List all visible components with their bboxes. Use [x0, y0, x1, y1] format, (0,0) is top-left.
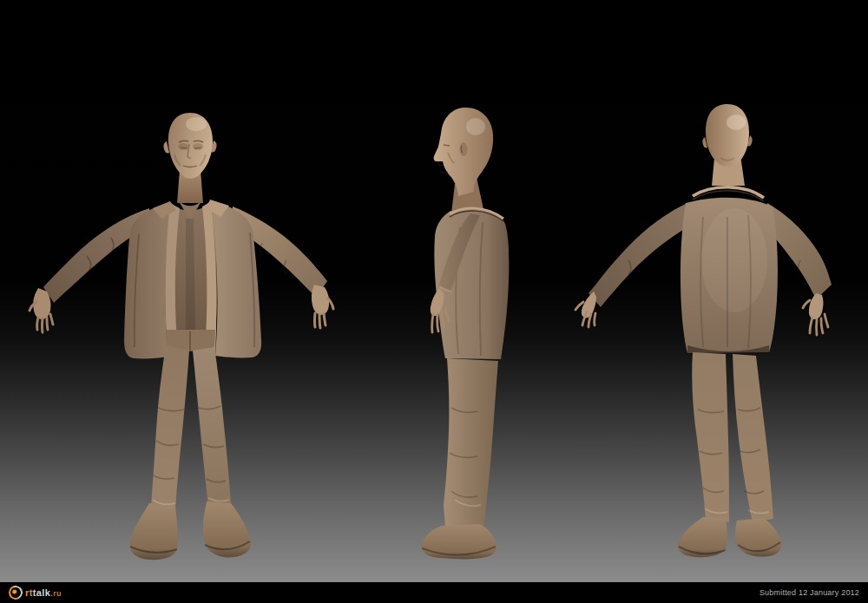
side-figure-head — [434, 108, 494, 196]
back-figure-right-hand — [803, 293, 828, 335]
sculpt-render — [0, 0, 868, 582]
back-figure-legs — [692, 352, 773, 522]
front-figure-boots — [130, 501, 251, 560]
logo-text-suffix: .ru — [50, 589, 62, 598]
front-figure-left-hand — [312, 285, 333, 328]
submitted-date-text: Submitted 12 January 2012 — [760, 588, 859, 597]
back-figure-left-hand — [575, 292, 596, 327]
render-stage — [0, 0, 868, 582]
site-logo: rttalk.ru — [9, 586, 62, 600]
side-view-figure — [422, 108, 510, 559]
back-figure-boots — [678, 517, 781, 557]
front-figure-head — [163, 113, 216, 179]
logo-text-main: talk — [33, 587, 51, 598]
back-figure-left-arm — [589, 203, 687, 307]
front-view-figure — [30, 113, 333, 560]
artwork-canvas: rttalk.ru Submitted 12 January 2012 — [0, 0, 868, 603]
side-figure-boot — [422, 524, 496, 559]
logo-dot — [12, 589, 17, 594]
logo-a-ring-icon — [7, 584, 25, 602]
back-figure-coat — [681, 187, 778, 354]
site-logo-text: rttalk.ru — [25, 588, 62, 598]
watermark-bar: rttalk.ru Submitted 12 January 2012 — [0, 582, 868, 603]
back-view-figure — [575, 104, 832, 557]
side-figure-coat — [434, 208, 509, 359]
logo-text-prefix: rt — [25, 587, 33, 598]
side-figure-leg — [444, 358, 498, 529]
back-figure-head — [702, 104, 752, 167]
